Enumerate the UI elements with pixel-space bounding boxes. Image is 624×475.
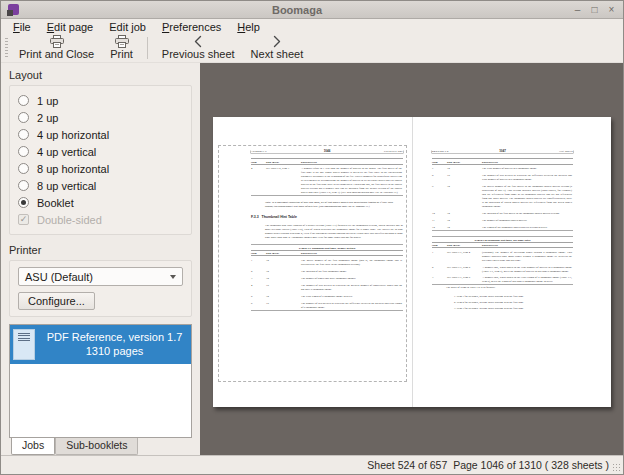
table-cell: 32 (447, 184, 482, 208)
table-row: 1032The location of the first object in … (432, 209, 573, 216)
layout-option-label: 4 up vertical (37, 146, 96, 158)
layout-option-label: 4 up horizontal (37, 129, 109, 141)
resize-grip[interactable] (612, 463, 621, 472)
doc-table: ITEMSIZE (BITS)DESCRIPTION732The least n… (432, 159, 573, 231)
printer-panel: ASU (Default) Configure... (9, 260, 192, 317)
toolbar-drag-handle[interactable] (5, 38, 8, 58)
header-right-text: Hint Tables (530, 150, 572, 153)
menu-item-edit-page[interactable]: Edit page (39, 20, 102, 34)
table-cell: See Table F.7, item 4 (447, 250, 482, 262)
table-cell: 12 (432, 225, 447, 229)
doc-list-item: 2. Item 2 for all pages, in page order s… (454, 299, 573, 303)
header-page-number: 1047 (474, 149, 530, 152)
layout-option-8-up-vertical[interactable]: 8 up vertical (18, 177, 183, 194)
layout-option-booklet[interactable]: Booklet (18, 194, 183, 211)
printer-selected-value: ASU (Default) (25, 271, 93, 283)
layout-option-label: Booklet (37, 197, 74, 209)
table-cell: 9 (432, 184, 447, 208)
minimize-icon[interactable]: – (573, 4, 582, 15)
booklet-page-left[interactable]: APPENDIX F1046Linearized PDFITEMSIZE (BI… (213, 117, 412, 407)
layout-option-8-up-horizontal[interactable]: 8 up horizontal (18, 160, 183, 177)
table-cell: See Table F.7, item 8 (447, 265, 482, 273)
close-icon[interactable]: × (607, 4, 616, 15)
menu-item-file[interactable]: File (5, 20, 39, 34)
sheet-page-status: Sheet 524 of 657 Page 1046 of 1310 ( 328… (367, 459, 609, 471)
job-item[interactable]: PDF Reference, version 1.71310 pages (10, 325, 191, 364)
doc-list-item: 1. Item 1 for all pages, in page order s… (454, 293, 573, 297)
booklet-page-right[interactable]: SECTION F.31047Hint TablesITEMSIZE (BITS… (412, 117, 611, 407)
page-running-header: SECTION F.31047Hint Tables (432, 149, 573, 154)
double-sided-checkbox: ✓Double-sided (18, 211, 183, 228)
current-page-outline (218, 145, 407, 382)
table-cell: A number that, when added to the least n… (482, 265, 573, 273)
table-cell: (Optional) The number of preceding pages… (482, 250, 573, 262)
printer-icon (114, 35, 130, 48)
chevron-left-icon (192, 35, 204, 48)
main-area: Layout 1 up2 up4 up horizontal4 up verti… (1, 63, 623, 455)
table-cell: See Table F.7, item 6 (447, 276, 482, 284)
next-sheet-button[interactable]: Next sheet (243, 34, 312, 62)
tab-sub-booklets[interactable]: Sub-booklets (55, 438, 138, 455)
maximize-icon[interactable]: □ (590, 4, 599, 15)
double-sided-label: Double-sided (37, 214, 102, 226)
menu-item-help[interactable]: Help (229, 20, 268, 34)
job-page-count: 1310 pages (41, 345, 188, 359)
table-row: 3See Table F.7, item 6A number that, whe… (432, 274, 573, 285)
configure-button[interactable]: Configure... (18, 292, 95, 310)
doc-list-item: 3. Item 3 for all pages, in page order s… (454, 306, 573, 310)
radio-icon (18, 129, 29, 140)
table-cell: 2 (432, 265, 447, 273)
menubar: FileEdit pageEdit jobPreferencesHelp (1, 19, 623, 34)
sidebar: Layout 1 up2 up4 up horizontal4 up verti… (1, 63, 200, 455)
boomaga-window: { "window": { "title": "Boomaga" }, "ico… (0, 0, 624, 475)
table-row: 1232The length of the thumbnail shared o… (432, 223, 573, 230)
doc-paragraph: The order of items in Table F.8 is as fo… (446, 285, 573, 289)
table-cell: 7 (432, 167, 447, 171)
layout-option-2-up[interactable]: 2 up (18, 109, 183, 126)
table-row: 732The least number of objects in a thum… (432, 165, 573, 172)
job-label: PDF Reference, version 1.71310 pages (41, 331, 188, 359)
next-sheet-label: Next sheet (251, 48, 304, 60)
titlebar[interactable]: Boomaga – □ × (1, 1, 623, 19)
table-cell: 32 (447, 218, 482, 222)
printer-icon (49, 35, 65, 48)
layout-options: 1 up2 up4 up horizontal4 up vertical8 up… (9, 85, 192, 235)
table-row: 816The number of bits needed to represen… (432, 171, 573, 182)
printer-group-label: Printer (9, 244, 192, 256)
layout-option-4-up-vertical[interactable]: 4 up vertical (18, 143, 183, 160)
table-column-header: DESCRIPTION (482, 244, 573, 247)
chevron-right-icon (271, 35, 283, 48)
preview-area[interactable]: APPENDIX F1046Linearized PDFITEMSIZE (BI… (200, 63, 623, 455)
menu-item-edit-job[interactable]: Edit job (101, 20, 154, 34)
toolbar-separator (147, 37, 148, 59)
printer-select[interactable]: ASU (Default) (18, 267, 183, 286)
boomaga-app-icon (8, 4, 19, 15)
table-cell: The number of bits needed to represent t… (482, 173, 573, 181)
table-column-header: ITEM (432, 160, 447, 163)
radio-icon (18, 180, 29, 191)
layout-option-1-up[interactable]: 1 up (18, 92, 183, 109)
radio-icon (18, 95, 29, 106)
previous-sheet-label: Previous sheet (162, 48, 235, 60)
table-row: 1132The number of thumbnail shared objec… (432, 216, 573, 223)
layout-option-label: 2 up (37, 112, 58, 124)
statusbar: Sheet 524 of 657 Page 1046 of 1310 ( 328… (1, 455, 623, 474)
table-cell: A number that, when added to the least l… (482, 276, 573, 284)
table-cell: 10 (432, 211, 447, 215)
window-title: Boomaga (21, 4, 573, 16)
layout-option-4-up-horizontal[interactable]: 4 up horizontal (18, 126, 183, 143)
table-cell: 32 (447, 211, 482, 215)
table-column-header: SIZE (BITS) (447, 160, 482, 163)
previous-sheet-button[interactable]: Previous sheet (154, 34, 243, 62)
menu-item-preferences[interactable]: Preferences (154, 20, 229, 34)
table-cell: 11 (432, 218, 447, 222)
radio-icon (18, 146, 29, 157)
print-and-close-button[interactable]: Print and Close (11, 34, 102, 62)
table-cell: 32 (447, 167, 482, 171)
doc-table: TABLE F.8 Thumbnail hint table, per-page… (432, 236, 573, 285)
job-thumbnail (13, 329, 35, 360)
toolbar: Print and Close Print Previous sheet Nex… (1, 34, 623, 63)
header-left-text: SECTION F.3 (432, 150, 474, 153)
tab-jobs[interactable]: Jobs (11, 438, 55, 455)
print-button[interactable]: Print (102, 34, 141, 62)
